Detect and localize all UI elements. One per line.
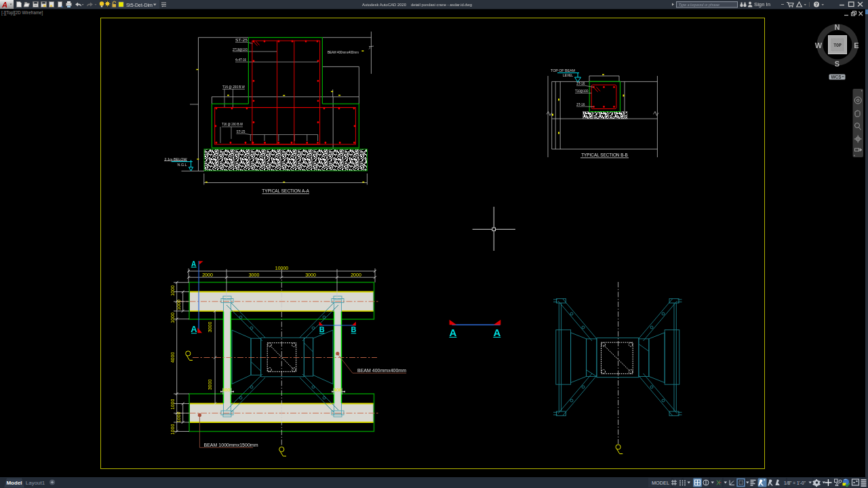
- svg-text:Type a keyword or phrase: Type a keyword or phrase: [679, 3, 720, 7]
- svg-text:3000: 3000: [208, 380, 212, 390]
- svg-text:A: A: [1, 1, 7, 9]
- svg-text:3000: 3000: [305, 272, 316, 277]
- svg-text:1000: 1000: [176, 300, 181, 310]
- svg-text:4+4T-16: 4+4T-16: [235, 58, 246, 62]
- svg-text:2000: 2000: [351, 272, 361, 277]
- svg-text:1000: 1000: [170, 285, 175, 296]
- svg-text:LEVEL: LEVEL: [563, 73, 573, 77]
- svg-text:4000: 4000: [170, 352, 175, 363]
- svg-text:1000: 1000: [170, 424, 175, 435]
- svg-text:Autodesk AutoCAD 2020: Autodesk AutoCAD 2020: [362, 2, 407, 7]
- svg-text:1000: 1000: [170, 312, 175, 323]
- svg-text:Model: Model: [6, 480, 22, 486]
- svg-text:BEAM 400mmx400mm: BEAM 400mmx400mm: [357, 368, 406, 373]
- svg-text:T16 @ 200 B.W: T16 @ 200 B.W: [222, 85, 245, 89]
- svg-text:MODEL: MODEL: [652, 480, 669, 486]
- svg-text:TYPICAL SECTION A-A: TYPICAL SECTION A-A: [262, 188, 309, 193]
- svg-text:detail pondasi crane - asdar.i: detail pondasi crane - asdar.id.dwg: [411, 2, 473, 7]
- svg-text:2T16@100: 2T16@100: [233, 47, 248, 52]
- svg-text:E: E: [854, 41, 859, 49]
- svg-text:TOP OF BEAM: TOP OF BEAM: [551, 68, 575, 73]
- svg-text:S: S: [835, 60, 840, 68]
- svg-text:BEAM 1000mmx1500mm: BEAM 1000mmx1500mm: [204, 443, 258, 447]
- svg-text:ST-25: ST-25: [237, 129, 245, 134]
- svg-text:WCS: WCS: [831, 75, 842, 79]
- svg-text:T16 @ 200 B.W: T16 @ 200 B.W: [222, 122, 243, 126]
- svg-text:A: A: [493, 327, 500, 338]
- svg-text:3T-16: 3T-16: [576, 102, 585, 106]
- svg-text:BEAM 400mmx400mm: BEAM 400mmx400mm: [328, 51, 359, 54]
- svg-text:TYPICAL SECTION B-B: TYPICAL SECTION B-B: [581, 152, 628, 157]
- svg-text:Sign In: Sign In: [754, 2, 770, 7]
- svg-text:10000: 10000: [275, 266, 289, 270]
- svg-text:N.G.L: N.G.L: [178, 163, 187, 167]
- svg-text:1000: 1000: [176, 412, 181, 423]
- svg-text:?: ?: [815, 1, 818, 7]
- svg-text:1000: 1000: [170, 399, 175, 410]
- svg-text:St5-Det-Dim: St5-Det-Dim: [126, 2, 153, 8]
- svg-text:T10@100: T10@100: [575, 89, 589, 93]
- svg-text:3000: 3000: [249, 272, 260, 277]
- svg-text:B: B: [351, 325, 357, 333]
- svg-text:TOP: TOP: [833, 43, 842, 48]
- svg-text:1/8" = 1'-0": 1/8" = 1'-0": [784, 481, 806, 485]
- svg-text:3000: 3000: [208, 322, 212, 333]
- svg-text:ST-25: ST-25: [235, 38, 248, 42]
- svg-text:N: N: [835, 23, 840, 31]
- svg-text:A: A: [191, 260, 196, 268]
- svg-text:Layout1: Layout1: [26, 480, 45, 486]
- svg-text:A: A: [191, 324, 197, 334]
- svg-text:B: B: [319, 325, 325, 333]
- svg-text:W: W: [815, 41, 823, 49]
- svg-text:A: A: [450, 327, 457, 338]
- svg-text:2000: 2000: [202, 272, 213, 277]
